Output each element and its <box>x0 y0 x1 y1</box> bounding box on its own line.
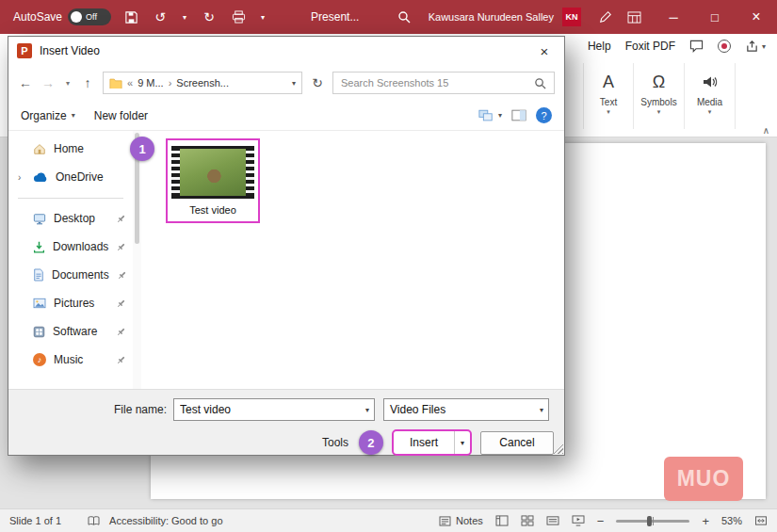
user-avatar[interactable]: KN <box>562 8 581 26</box>
chevron-right-icon: › <box>169 77 172 89</box>
zoom-percent[interactable]: 53% <box>721 515 742 526</box>
file-name-combo[interactable]: ▾ <box>173 398 375 421</box>
breadcrumb-dropdown-icon[interactable]: ▾ <box>292 79 296 88</box>
breadcrumb[interactable]: « 9 M... › Screensh... ▾ <box>103 72 302 94</box>
pen-icon[interactable] <box>596 7 615 27</box>
file-type-select[interactable]: Video Files ▾ <box>383 398 549 421</box>
undo-dropdown-icon[interactable]: ▾ <box>180 7 189 27</box>
reading-view-button[interactable] <box>546 515 559 526</box>
organize-button[interactable]: Organize ▾ <box>21 109 75 122</box>
slideshow-view-button[interactable] <box>572 515 585 526</box>
ribbon-options-icon[interactable] <box>624 7 643 27</box>
breadcrumb-item[interactable]: 9 M... <box>138 77 164 89</box>
back-icon[interactable]: ← <box>18 75 33 90</box>
search-icon[interactable] <box>395 7 413 27</box>
autosave-switch[interactable]: Off <box>68 8 111 25</box>
sidebar-label: OneDrive <box>56 170 104 184</box>
collapse-ribbon-icon[interactable]: ∧ <box>763 125 769 136</box>
record-icon[interactable] <box>718 40 731 53</box>
expander-icon[interactable]: › <box>18 172 21 183</box>
search-input[interactable] <box>341 77 534 89</box>
dialog-nav-bar: ← → ▾ ↑ « 9 M... › Screensh... ▾ ↻ <box>8 65 564 101</box>
file-list: Test video <box>141 131 564 389</box>
zoom-out-button[interactable]: − <box>597 514 605 528</box>
user-name[interactable]: Kawusara Nurudeen Salley <box>429 11 554 23</box>
pin-icon <box>116 327 126 337</box>
view-controls: ▾ ? <box>478 107 552 123</box>
sidebar-item-music[interactable]: ♪ Music <box>8 346 133 374</box>
slide-sorter-view-button[interactable] <box>521 515 534 526</box>
up-icon[interactable]: ↑ <box>80 75 95 90</box>
title-bar: AutoSave Off ↺ ▾ ↻ ▾ Present... Kawusara <box>0 0 777 34</box>
comments-icon[interactable] <box>689 40 704 53</box>
dialog-toolbar: Organize ▾ New folder ▾ ? <box>8 101 564 131</box>
customize-toolbar-icon[interactable]: ▾ <box>258 7 267 27</box>
autosave-toggle[interactable]: AutoSave Off <box>13 8 111 25</box>
sidebar-item-software[interactable]: Software <box>8 317 133 346</box>
zoom-in-button[interactable]: + <box>702 514 709 528</box>
chevron-down-icon: ▾ <box>708 108 712 116</box>
accessibility-status[interactable]: Accessibility: Good to go <box>109 515 222 526</box>
print-icon[interactable] <box>229 7 248 27</box>
undo-icon[interactable]: ↺ <box>151 7 170 27</box>
dialog-close-icon[interactable]: × <box>525 37 564 65</box>
preview-pane-button[interactable] <box>511 109 526 121</box>
ribbon-group-media[interactable]: Media ▾ <box>685 63 736 129</box>
sidebar-item-documents[interactable]: Documents <box>8 261 133 289</box>
folder-icon <box>109 77 122 89</box>
view-mode-button[interactable]: ▾ <box>478 109 502 122</box>
pin-icon <box>116 242 126 252</box>
breadcrumb-overflow[interactable]: « <box>127 77 133 89</box>
sidebar-item-onedrive[interactable]: › OneDrive <box>8 163 133 191</box>
share-button[interactable]: ▾ <box>745 40 766 53</box>
refresh-icon[interactable]: ↻ <box>310 75 325 90</box>
chevron-down-icon[interactable]: ▾ <box>365 406 369 414</box>
maximize-button[interactable]: □ <box>694 0 736 34</box>
tab-foxit-pdf[interactable]: Foxit PDF <box>625 40 675 53</box>
sidebar-item-home[interactable]: Home <box>8 135 133 163</box>
sidebar-item-downloads[interactable]: Downloads <box>8 233 133 261</box>
recent-locations-icon[interactable]: ▾ <box>63 79 73 88</box>
ribbon-group-text[interactable]: A Text ▾ <box>583 63 634 129</box>
breadcrumb-item[interactable]: Screensh... <box>176 77 229 89</box>
accessibility-icon <box>88 516 100 526</box>
cancel-button[interactable]: Cancel <box>480 431 554 455</box>
sidebar-label: Pictures <box>54 297 94 310</box>
insert-button[interactable]: Insert <box>394 431 455 454</box>
places-sidebar: Home › OneDrive Desktop <box>8 131 133 389</box>
omega-icon: Ω <box>653 70 665 94</box>
documents-icon <box>33 268 44 282</box>
dialog-title: Insert Video <box>40 44 100 57</box>
file-name-field-label: File name: <box>19 403 173 416</box>
search-box[interactable] <box>332 72 555 94</box>
file-item-test-video[interactable]: Test video <box>166 138 260 223</box>
forward-icon[interactable]: → <box>40 75 56 90</box>
close-button[interactable]: × <box>736 0 777 34</box>
sidebar-item-pictures[interactable]: Pictures <box>8 289 133 317</box>
fit-slide-button[interactable] <box>754 515 768 526</box>
ribbon-group-symbols[interactable]: Ω Symbols ▾ <box>634 63 685 129</box>
zoom-slider[interactable] <box>616 520 689 523</box>
sidebar-item-desktop[interactable]: Desktop <box>8 204 133 233</box>
insert-dropdown-icon[interactable]: ▾ <box>455 431 470 454</box>
pin-icon <box>116 355 126 365</box>
sidebar-scrollbar[interactable] <box>133 131 141 389</box>
tab-help[interactable]: Help <box>588 40 611 53</box>
help-button[interactable]: ? <box>536 107 552 123</box>
toggle-knob <box>71 11 82 23</box>
tools-menu-button[interactable]: Tools <box>322 436 348 449</box>
minimize-button[interactable]: ─ <box>653 0 694 34</box>
zoom-slider-thumb[interactable] <box>647 516 652 526</box>
normal-view-button[interactable] <box>495 515 509 526</box>
sidebar-separator <box>18 198 123 199</box>
search-icon[interactable] <box>534 77 546 89</box>
sidebar-label: Documents <box>52 268 109 282</box>
insert-split-button[interactable]: Insert ▾ <box>392 429 472 456</box>
file-name-label: Test video <box>189 204 236 216</box>
new-folder-button[interactable]: New folder <box>94 109 148 122</box>
save-icon[interactable] <box>121 7 140 27</box>
redo-icon[interactable]: ↻ <box>200 7 219 27</box>
file-name-input[interactable] <box>180 403 365 416</box>
slide-indicator[interactable]: Slide 1 of 1 <box>9 515 61 526</box>
notes-toggle[interactable]: Notes <box>439 515 483 526</box>
